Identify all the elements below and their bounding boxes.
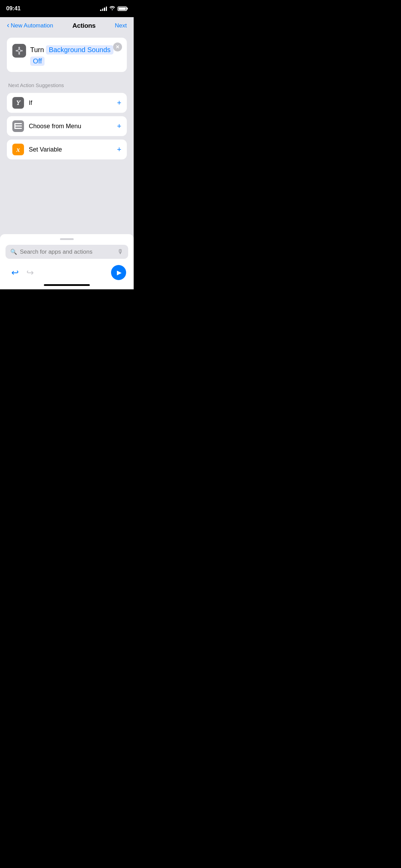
svg-rect-15 <box>14 123 15 129</box>
chevron-left-icon: ‹ <box>7 22 9 29</box>
if-symbol: 𝑌 <box>16 99 20 107</box>
search-icon: 🔍 <box>10 249 17 255</box>
suggestions-section-title: Next Action Suggestions <box>7 82 127 88</box>
status-time: 09:41 <box>6 5 21 12</box>
close-icon: ✕ <box>116 45 120 49</box>
action-card-icon <box>12 44 26 58</box>
action-card: Turn Background Sounds Off ✕ <box>7 38 127 72</box>
menu-label: Choose from Menu <box>29 123 112 130</box>
mic-icon[interactable]: 🎙 <box>117 248 123 255</box>
suggestion-if[interactable]: 𝑌 If + <box>7 93 127 113</box>
bottom-sheet: 🔍 🎙 ↩ ↪ ▶ <box>0 234 134 289</box>
sheet-toolbar: ↩ ↪ ▶ <box>5 264 128 283</box>
menu-icon <box>12 120 24 132</box>
variable-add-button[interactable]: + <box>117 146 121 153</box>
sheet-handle <box>60 238 74 240</box>
run-button[interactable]: ▶ <box>111 265 126 280</box>
page-title: Actions <box>72 22 96 29</box>
signal-icon <box>100 7 107 11</box>
battery-icon <box>118 7 127 11</box>
variable-icon: x <box>12 144 24 155</box>
wifi-icon <box>109 6 115 11</box>
search-bar[interactable]: 🔍 🎙 <box>5 245 128 259</box>
if-add-button[interactable]: + <box>117 99 121 107</box>
variable-label: Set Variable <box>29 146 112 153</box>
svg-rect-7 <box>21 50 23 51</box>
background-sounds-pill[interactable]: Background Sounds <box>46 45 113 55</box>
redo-button[interactable]: ↪ <box>23 265 38 280</box>
redo-icon: ↪ <box>26 268 34 277</box>
menu-add-button[interactable]: + <box>117 122 121 130</box>
search-input[interactable] <box>20 249 114 255</box>
undo-icon: ↩ <box>11 268 19 277</box>
home-indicator <box>44 284 90 286</box>
action-content: Turn Background Sounds Off <box>30 44 121 66</box>
play-icon: ▶ <box>117 269 122 276</box>
svg-point-0 <box>112 9 113 10</box>
svg-point-3 <box>18 50 20 52</box>
nav-bar: ‹ New Automation Actions Next <box>0 17 134 33</box>
suggestion-set-variable[interactable]: x Set Variable + <box>7 140 127 159</box>
svg-rect-13 <box>14 125 22 126</box>
svg-rect-6 <box>16 50 17 51</box>
if-label: If <box>29 99 112 107</box>
back-label: New Automation <box>11 22 53 29</box>
status-icons <box>100 6 127 11</box>
off-pill[interactable]: Off <box>30 57 45 66</box>
back-button[interactable]: ‹ New Automation <box>7 22 53 29</box>
svg-rect-14 <box>14 128 22 129</box>
turn-text: Turn <box>30 46 44 54</box>
variable-symbol: x <box>16 146 20 154</box>
next-button[interactable]: Next <box>115 22 127 29</box>
if-icon: 𝑌 <box>12 97 24 109</box>
svg-rect-12 <box>14 123 22 124</box>
undo-button[interactable]: ↩ <box>8 265 23 280</box>
suggestion-choose-menu[interactable]: Choose from Menu + <box>7 116 127 136</box>
close-action-button[interactable]: ✕ <box>113 43 122 51</box>
